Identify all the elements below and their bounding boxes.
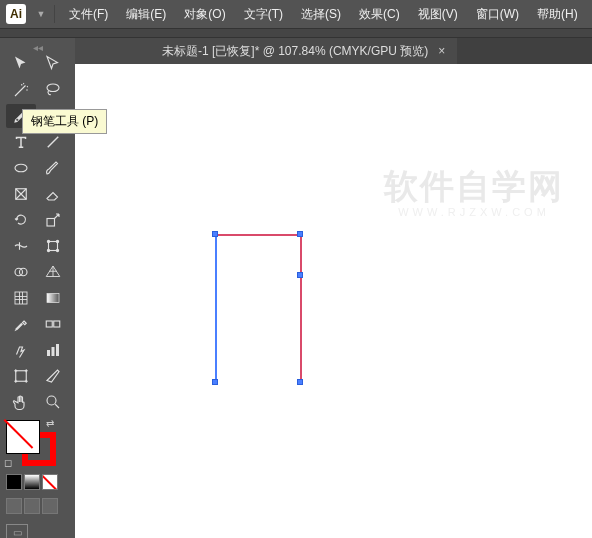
gradient-tool[interactable] xyxy=(38,286,68,310)
selection-tool[interactable] xyxy=(6,52,36,76)
slice-tool[interactable] xyxy=(38,364,68,388)
rotate-tool[interactable] xyxy=(6,208,36,232)
svg-point-2 xyxy=(15,164,27,172)
width-tool[interactable] xyxy=(6,234,36,258)
color-mode-none[interactable] xyxy=(42,474,58,490)
menu-effect[interactable]: 效果(C) xyxy=(351,2,408,27)
svg-rect-13 xyxy=(47,294,59,303)
column-graph-tool[interactable] xyxy=(38,338,68,362)
eyedropper-tool[interactable] xyxy=(6,312,36,336)
svg-rect-16 xyxy=(47,350,50,356)
svg-rect-17 xyxy=(52,347,55,356)
swap-fill-stroke-icon[interactable]: ⇄ xyxy=(46,418,54,429)
document-area: 未标题-1 [已恢复]* @ 107.84% (CMYK/GPU 预览) × 软… xyxy=(75,38,592,538)
svg-rect-15 xyxy=(54,321,60,327)
symbol-sprayer-tool[interactable] xyxy=(6,338,36,362)
svg-rect-18 xyxy=(56,344,59,356)
menu-select[interactable]: 选择(S) xyxy=(293,2,349,27)
draw-inside[interactable] xyxy=(42,498,58,514)
svg-rect-5 xyxy=(49,242,58,251)
app-menu-dropdown-icon[interactable]: ▼ xyxy=(34,9,48,19)
menu-separator xyxy=(54,5,55,23)
paintbrush-tool[interactable] xyxy=(38,156,68,180)
artboard-tool[interactable] xyxy=(6,364,36,388)
artboard[interactable]: 软件自学网 WWW.RJZXW.COM xyxy=(75,64,592,538)
svg-rect-19 xyxy=(16,371,27,382)
svg-point-0 xyxy=(47,84,59,92)
blend-tool[interactable] xyxy=(38,312,68,336)
svg-rect-12 xyxy=(15,292,27,304)
menu-view[interactable]: 视图(V) xyxy=(410,2,466,27)
screen-mode-row: ▭ xyxy=(6,524,69,538)
eraser-tool[interactable] xyxy=(38,182,68,206)
default-fill-stroke-icon[interactable]: ◻ xyxy=(4,457,12,468)
close-icon[interactable]: × xyxy=(438,44,445,58)
menu-type[interactable]: 文字(T) xyxy=(236,2,291,27)
perspective-grid-tool[interactable] xyxy=(38,260,68,284)
lasso-tool[interactable] xyxy=(38,78,68,102)
anchor-point[interactable] xyxy=(212,379,218,385)
magic-wand-tool[interactable] xyxy=(6,78,36,102)
document-tabs: 未标题-1 [已恢复]* @ 107.84% (CMYK/GPU 预览) × xyxy=(150,38,592,64)
watermark-text: 软件自学网 xyxy=(384,164,564,210)
zoom-tool[interactable] xyxy=(38,390,68,414)
color-mode-gradient[interactable] xyxy=(24,474,40,490)
anchor-point[interactable] xyxy=(297,379,303,385)
color-mode-solid[interactable] xyxy=(6,474,22,490)
menu-bar: Ai ▼ 文件(F) 编辑(E) 对象(O) 文字(T) 选择(S) 效果(C)… xyxy=(0,0,592,28)
svg-rect-4 xyxy=(47,219,55,227)
menu-object[interactable]: 对象(O) xyxy=(176,2,233,27)
tool-tooltip: 钢笔工具 (P) xyxy=(22,109,107,134)
fill-stroke-control[interactable]: ⇄ ◻ xyxy=(6,420,56,466)
control-bar xyxy=(0,28,592,38)
free-transform-tool[interactable] xyxy=(38,234,68,258)
direct-selection-tool[interactable] xyxy=(38,52,68,76)
path-segment-top[interactable] xyxy=(215,234,301,236)
document-tab[interactable]: 未标题-1 [已恢复]* @ 107.84% (CMYK/GPU 预览) × xyxy=(150,38,457,64)
watermark: 软件自学网 WWW.RJZXW.COM xyxy=(384,164,564,218)
document-tab-title: 未标题-1 [已恢复]* @ 107.84% (CMYK/GPU 预览) xyxy=(162,43,428,60)
path-segment-left[interactable] xyxy=(215,234,217,382)
app-icon: Ai xyxy=(6,4,26,24)
scale-tool[interactable] xyxy=(38,208,68,232)
shape-builder-tool[interactable] xyxy=(6,260,36,284)
svg-point-1 xyxy=(16,119,18,121)
draw-normal[interactable] xyxy=(6,498,22,514)
panel-handle-icon[interactable]: ◂◂ xyxy=(6,42,69,52)
screen-mode-icon[interactable]: ▭ xyxy=(6,524,28,538)
menu-window[interactable]: 窗口(W) xyxy=(468,2,527,27)
mesh-tool[interactable] xyxy=(6,286,36,310)
menu-file[interactable]: 文件(F) xyxy=(61,2,116,27)
rectangle-tool[interactable] xyxy=(6,156,36,180)
svg-point-11 xyxy=(20,268,28,276)
draw-mode-row xyxy=(6,498,69,514)
anchor-point[interactable] xyxy=(212,231,218,237)
color-mode-row xyxy=(6,474,69,490)
svg-rect-14 xyxy=(46,321,52,327)
hand-tool[interactable] xyxy=(6,390,36,414)
watermark-subtext: WWW.RJZXW.COM xyxy=(384,206,564,218)
anchor-point[interactable] xyxy=(297,272,303,278)
shaper-tool[interactable] xyxy=(6,182,36,206)
menu-edit[interactable]: 编辑(E) xyxy=(118,2,174,27)
draw-behind[interactable] xyxy=(24,498,40,514)
fill-swatch[interactable] xyxy=(6,420,40,454)
menu-help[interactable]: 帮助(H) xyxy=(529,2,586,27)
anchor-point[interactable] xyxy=(297,231,303,237)
svg-point-20 xyxy=(47,396,56,405)
path-segment-right[interactable] xyxy=(300,234,302,382)
